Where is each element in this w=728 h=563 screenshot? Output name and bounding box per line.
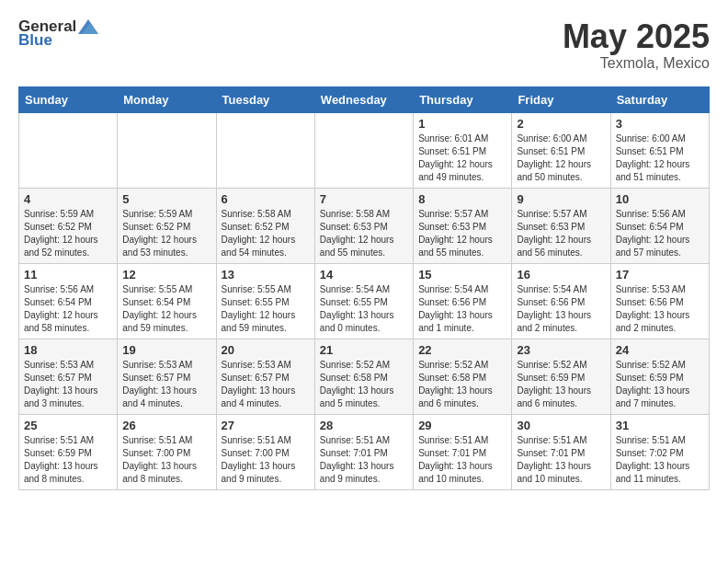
day-info: Sunrise: 5:54 AMSunset: 6:55 PMDaylight:… <box>320 283 408 335</box>
sunrise-text: Sunrise: 5:51 AM <box>222 435 291 445</box>
calendar-day-cell: 17Sunrise: 5:53 AMSunset: 6:56 PMDayligh… <box>610 263 709 339</box>
calendar-subtitle: Texmola, Mexico <box>563 55 710 72</box>
title-block: May 2025 Texmola, Mexico <box>563 18 710 72</box>
day-info: Sunrise: 5:51 AMSunset: 7:01 PMDaylight:… <box>517 434 605 486</box>
daylight-text: Daylight: 12 hours and 55 minutes. <box>418 235 493 258</box>
sunset-text: Sunset: 6:53 PM <box>418 222 486 232</box>
calendar-day-cell: 13Sunrise: 5:55 AMSunset: 6:55 PMDayligh… <box>216 263 314 339</box>
daylight-text: Daylight: 12 hours and 58 minutes. <box>24 310 98 333</box>
calendar-header-row: SundayMondayTuesdayWednesdayThursdayFrid… <box>19 86 710 112</box>
day-number: 4 <box>24 192 112 206</box>
calendar-day-cell: 11Sunrise: 5:56 AMSunset: 6:54 PMDayligh… <box>19 263 118 339</box>
daylight-text: Daylight: 13 hours and 9 minutes. <box>222 461 296 484</box>
day-number: 26 <box>122 419 210 432</box>
sunset-text: Sunset: 7:02 PM <box>616 448 684 458</box>
day-info: Sunrise: 5:56 AMSunset: 6:54 PMDaylight:… <box>24 283 112 335</box>
calendar-week-row: 18Sunrise: 5:53 AMSunset: 6:57 PMDayligh… <box>19 339 710 414</box>
day-number: 11 <box>24 268 112 282</box>
day-number: 24 <box>616 343 704 357</box>
sunset-text: Sunset: 6:52 PM <box>24 222 92 232</box>
calendar-day-cell: 22Sunrise: 5:52 AMSunset: 6:58 PMDayligh… <box>414 339 512 414</box>
day-info: Sunrise: 5:55 AMSunset: 6:54 PMDaylight:… <box>122 283 210 335</box>
sunrise-text: Sunrise: 5:54 AM <box>517 284 586 294</box>
sunrise-text: Sunrise: 5:51 AM <box>24 435 94 445</box>
sunset-text: Sunset: 6:59 PM <box>24 448 92 458</box>
calendar-day-cell: 14Sunrise: 5:54 AMSunset: 6:55 PMDayligh… <box>314 263 413 339</box>
calendar-day-cell <box>216 112 314 188</box>
day-info: Sunrise: 5:53 AMSunset: 6:57 PMDaylight:… <box>222 359 310 410</box>
sunset-text: Sunset: 6:54 PM <box>122 297 190 307</box>
day-of-week-header: Thursday <box>414 86 512 112</box>
calendar-week-row: 25Sunrise: 5:51 AMSunset: 6:59 PMDayligh… <box>19 414 710 489</box>
daylight-text: Daylight: 12 hours and 51 minutes. <box>616 159 690 182</box>
calendar-day-cell: 26Sunrise: 5:51 AMSunset: 7:00 PMDayligh… <box>118 414 216 489</box>
day-number: 2 <box>517 117 605 131</box>
day-info: Sunrise: 5:51 AMSunset: 7:01 PMDaylight:… <box>418 434 506 486</box>
day-number: 27 <box>222 419 310 432</box>
day-of-week-header: Tuesday <box>216 86 314 112</box>
calendar-day-cell: 24Sunrise: 5:52 AMSunset: 6:59 PMDayligh… <box>610 339 709 414</box>
day-number: 29 <box>418 419 506 432</box>
daylight-text: Daylight: 13 hours and 6 minutes. <box>418 385 493 408</box>
sunset-text: Sunset: 7:01 PM <box>418 448 486 458</box>
calendar-day-cell: 16Sunrise: 5:54 AMSunset: 6:56 PMDayligh… <box>512 263 610 339</box>
day-number: 13 <box>222 268 310 282</box>
sunrise-text: Sunrise: 5:58 AM <box>222 209 291 219</box>
sunset-text: Sunset: 6:51 PM <box>418 146 486 156</box>
sunrise-text: Sunrise: 5:52 AM <box>320 360 390 370</box>
calendar-day-cell: 28Sunrise: 5:51 AMSunset: 7:01 PMDayligh… <box>314 414 413 489</box>
sunrise-text: Sunrise: 5:56 AM <box>616 209 686 219</box>
calendar-day-cell: 8Sunrise: 5:57 AMSunset: 6:53 PMDaylight… <box>414 188 512 263</box>
day-number: 5 <box>122 192 210 206</box>
day-info: Sunrise: 5:57 AMSunset: 6:53 PMDaylight:… <box>517 208 605 259</box>
daylight-text: Daylight: 13 hours and 7 minutes. <box>616 385 690 408</box>
calendar-day-cell: 9Sunrise: 5:57 AMSunset: 6:53 PMDaylight… <box>512 188 610 263</box>
calendar-day-cell: 31Sunrise: 5:51 AMSunset: 7:02 PMDayligh… <box>610 414 709 489</box>
day-number: 18 <box>24 343 112 357</box>
sunset-text: Sunset: 7:01 PM <box>517 448 585 458</box>
calendar-day-cell: 4Sunrise: 5:59 AMSunset: 6:52 PMDaylight… <box>19 188 118 263</box>
calendar-day-cell <box>314 112 413 188</box>
day-info: Sunrise: 5:59 AMSunset: 6:52 PMDaylight:… <box>122 208 210 259</box>
day-number: 15 <box>418 268 506 282</box>
daylight-text: Daylight: 12 hours and 53 minutes. <box>122 235 197 258</box>
daylight-text: Daylight: 13 hours and 4 minutes. <box>222 385 296 408</box>
day-of-week-header: Sunday <box>19 86 118 112</box>
sunrise-text: Sunrise: 5:52 AM <box>616 360 686 370</box>
sunset-text: Sunset: 6:57 PM <box>122 373 190 383</box>
day-number: 31 <box>616 419 704 432</box>
day-info: Sunrise: 5:59 AMSunset: 6:52 PMDaylight:… <box>24 208 112 259</box>
day-number: 23 <box>517 343 605 357</box>
day-info: Sunrise: 5:55 AMSunset: 6:55 PMDaylight:… <box>222 283 310 335</box>
daylight-text: Daylight: 13 hours and 9 minutes. <box>320 461 394 484</box>
day-of-week-header: Wednesday <box>314 86 413 112</box>
day-number: 25 <box>24 419 112 432</box>
daylight-text: Daylight: 13 hours and 10 minutes. <box>517 461 591 484</box>
calendar-title: May 2025 <box>563 18 710 55</box>
day-info: Sunrise: 6:01 AMSunset: 6:51 PMDaylight:… <box>418 132 506 184</box>
sunrise-text: Sunrise: 5:55 AM <box>222 284 291 294</box>
day-number: 19 <box>122 343 210 357</box>
sunset-text: Sunset: 6:58 PM <box>418 373 486 383</box>
day-number: 9 <box>517 192 605 206</box>
sunset-text: Sunset: 7:00 PM <box>122 448 190 458</box>
daylight-text: Daylight: 13 hours and 1 minute. <box>418 310 493 333</box>
sunset-text: Sunset: 6:53 PM <box>517 222 585 232</box>
sunrise-text: Sunrise: 5:53 AM <box>24 360 94 370</box>
day-info: Sunrise: 5:58 AMSunset: 6:52 PMDaylight:… <box>222 208 310 259</box>
daylight-text: Daylight: 13 hours and 8 minutes. <box>122 461 197 484</box>
calendar-day-cell: 23Sunrise: 5:52 AMSunset: 6:59 PMDayligh… <box>512 339 610 414</box>
sunset-text: Sunset: 6:52 PM <box>222 222 290 232</box>
day-number: 8 <box>418 192 506 206</box>
calendar-day-cell: 30Sunrise: 5:51 AMSunset: 7:01 PMDayligh… <box>512 414 610 489</box>
sunrise-text: Sunrise: 5:55 AM <box>122 284 192 294</box>
day-info: Sunrise: 5:52 AMSunset: 6:59 PMDaylight:… <box>616 359 704 410</box>
sunset-text: Sunset: 6:57 PM <box>24 373 92 383</box>
daylight-text: Daylight: 12 hours and 57 minutes. <box>616 235 690 258</box>
day-number: 10 <box>616 192 704 206</box>
daylight-text: Daylight: 13 hours and 2 minutes. <box>517 310 591 333</box>
sunset-text: Sunset: 6:55 PM <box>320 297 388 307</box>
sunrise-text: Sunrise: 6:01 AM <box>418 133 488 144</box>
sunset-text: Sunset: 6:57 PM <box>222 373 290 383</box>
sunrise-text: Sunrise: 5:53 AM <box>122 360 192 370</box>
